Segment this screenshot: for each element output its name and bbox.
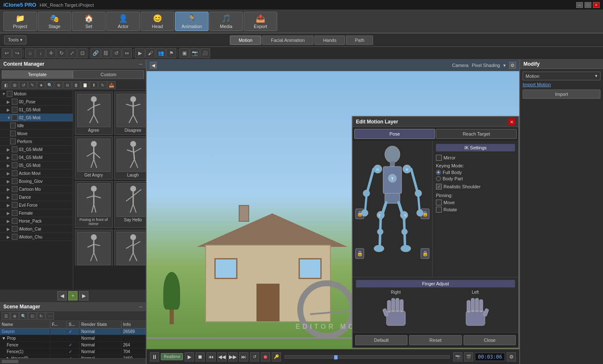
grid-item-say-hello[interactable]: Say Hello	[114, 181, 146, 228]
nav-btn-head[interactable]: 😊 Head	[141, 12, 174, 31]
tree-item-03g5mix[interactable]: ▶ 03_G5 MixM	[0, 146, 73, 154]
down-icon[interactable]: ↓	[36, 48, 46, 58]
tree-item-cartoon-mo[interactable]: ▶ Cartoon Mo	[0, 185, 73, 193]
minimize-btn[interactable]: ─	[576, 2, 583, 8]
motion-dropdown[interactable]: Motion ▾	[523, 72, 600, 80]
cm-icon-3[interactable]: ↺	[19, 81, 28, 89]
grid-item-thinking[interactable]: Thinking	[114, 230, 146, 266]
nav-btn-media[interactable]: 🎵 Media	[209, 12, 243, 31]
sm-icon-5[interactable]: ↻	[37, 312, 45, 320]
tree-item-01g5moti[interactable]: ▶ 01_G5 Moti	[0, 106, 73, 114]
tree-item-action-movi[interactable]: ▶ Action Movi	[0, 169, 73, 177]
sm-icon-6[interactable]: ⋯	[46, 312, 54, 320]
tree-item-imotion-chu[interactable]: ▶ iMotion_Chu	[0, 233, 73, 241]
tree-item-horse-pack[interactable]: ▶ Horse_Pack	[0, 217, 73, 225]
play-pause-btn[interactable]: ⏸	[150, 352, 159, 361]
cm-icon-13[interactable]: 📥	[107, 81, 116, 89]
loop-btn[interactable]: ↺	[250, 352, 259, 361]
realistic-shoulder-checkbox[interactable]: ✓	[436, 184, 442, 190]
rotate-checkbox[interactable]	[436, 207, 442, 213]
eml-default-btn[interactable]: Default	[355, 335, 407, 345]
stop-btn[interactable]: ⏹	[196, 352, 205, 361]
redo-icon[interactable]: ↪	[12, 48, 22, 58]
skip-back-btn[interactable]: ⏮	[206, 352, 216, 361]
sm-scroll-thumb[interactable]	[2, 360, 18, 363]
table-row[interactable]: ▼ Prop Normal	[0, 335, 146, 342]
table-row[interactable]: Gwynn ✓ Normal 26589	[0, 328, 146, 335]
timeline-bar[interactable]	[284, 355, 450, 359]
grid-item-posing[interactable]: Posing in front of mirror	[75, 181, 113, 228]
tree-item-02g5moti[interactable]: ▼ 02_G5 Moti	[0, 114, 73, 122]
sm-icon-2[interactable]: ⊕	[10, 312, 19, 320]
camera-snap-icon[interactable]: 📷	[190, 48, 200, 58]
prev-frame-btn[interactable]: ◀◀	[217, 352, 227, 361]
cm-icon-5[interactable]: ★	[37, 81, 45, 89]
next-frame-btn[interactable]: ▶▶	[228, 352, 237, 361]
body-part-radio[interactable]	[436, 176, 441, 181]
people-icon[interactable]: 👥	[156, 48, 166, 58]
sm-icon-3[interactable]: 🔍	[19, 312, 28, 320]
cm-icon-6[interactable]: 🔍	[46, 81, 54, 89]
table-row[interactable]: Fence ✓ Normal 264	[0, 342, 146, 349]
tree-item-motion[interactable]: ▼ Motion	[0, 90, 73, 98]
move-icon[interactable]: ✛	[46, 48, 56, 58]
keyframe-btn[interactable]: 🔑	[272, 352, 281, 361]
sm-scroll-bar[interactable]	[0, 358, 146, 364]
scale-icon[interactable]: ⤢	[67, 48, 77, 58]
nav-btn-project[interactable]: 📁 Project	[3, 12, 37, 31]
rotate-icon[interactable]: ↻	[57, 48, 67, 58]
realtime-btn[interactable]: Realtime	[161, 353, 183, 360]
tree-item-perform[interactable]: Perform	[0, 138, 73, 146]
screenshot-btn[interactable]: 📷	[453, 352, 462, 361]
pixel-shading-arrow[interactable]: ▾	[503, 63, 506, 68]
eml-close-btn[interactable]: ✕	[508, 118, 515, 125]
reset-icon[interactable]: ↺	[111, 48, 121, 58]
frame-icon[interactable]: ▣	[179, 48, 189, 58]
cm-icon-4[interactable]: ✎	[28, 81, 36, 89]
paint-icon[interactable]: 🖌	[145, 48, 155, 58]
flag-icon[interactable]: ⚑	[166, 48, 176, 58]
cm-nav-right-icon[interactable]: ▶	[79, 291, 88, 300]
grid-item-get-angry[interactable]: Get Angry	[75, 136, 113, 179]
cm-icon-7[interactable]: ⊕	[54, 81, 63, 89]
select-icon[interactable]: ▶	[135, 48, 145, 58]
sm-icon-1[interactable]: ☰	[2, 312, 10, 320]
cm-nav-left-icon[interactable]: ◀	[57, 291, 67, 300]
grid-item-agree[interactable]: Agree	[75, 92, 113, 135]
cm-icon-1[interactable]: ◧	[2, 81, 10, 89]
eml-reset-btn[interactable]: Reset	[409, 335, 461, 345]
viewport-expand-icon[interactable]: ◀	[150, 62, 157, 69]
play-btn[interactable]: ▶	[185, 352, 194, 361]
mirror-icon[interactable]: ⇔	[122, 48, 132, 58]
sm-collapse-icon[interactable]: ─	[139, 304, 142, 309]
maximize-btn[interactable]: □	[585, 2, 591, 8]
nav-btn-actor[interactable]: 👤 Actor	[106, 12, 140, 31]
tab-path[interactable]: Path	[346, 36, 373, 45]
fit-icon[interactable]: ⊡	[77, 48, 88, 58]
full-body-radio[interactable]	[436, 170, 441, 175]
nav-btn-animation[interactable]: 🏃 Animation	[175, 12, 209, 31]
time-settings-icon[interactable]: ⚙	[507, 352, 516, 361]
mirror-checkbox[interactable]	[436, 155, 442, 161]
link-icon[interactable]: 🔗	[90, 48, 100, 58]
cm-add-icon[interactable]: +	[68, 291, 77, 300]
import-btn[interactable]: Import	[523, 90, 600, 99]
table-row[interactable]: ▶ House(0) ✓ Normal 2460	[0, 355, 146, 358]
tab-motion[interactable]: Motion	[230, 36, 261, 45]
tab-facial-animation[interactable]: Facial Animation	[262, 36, 314, 45]
grid-item-laugh[interactable]: Laugh	[114, 136, 146, 179]
tree-item-idle[interactable]: Idle	[0, 122, 73, 130]
cm-collapse-icon[interactable]: ─	[139, 62, 142, 67]
tree-item-05g5moti[interactable]: ▶ 05_G5 Moti	[0, 161, 73, 169]
tree-item-evil-force[interactable]: ▶ Evil Force	[0, 201, 73, 209]
grid-item-disagree[interactable]: Disagree	[114, 92, 146, 135]
record-btn[interactable]: ⏺	[261, 352, 270, 361]
tree-item-boxing-glov[interactable]: ▶ Boxing_Glov	[0, 177, 73, 185]
render-btn[interactable]: 🎬	[464, 352, 473, 361]
cm-icon-2[interactable]: ⊞	[10, 81, 19, 89]
tree-item-04g5mix[interactable]: ▶ 04_G5 MixM	[0, 154, 73, 161]
cm-icon-12[interactable]: ↻	[98, 81, 107, 89]
tree-item-female[interactable]: ▶ Female	[0, 209, 73, 217]
tree-item-dance[interactable]: ▶ Dance	[0, 193, 73, 201]
cm-icon-9[interactable]: 🗑	[72, 81, 80, 89]
